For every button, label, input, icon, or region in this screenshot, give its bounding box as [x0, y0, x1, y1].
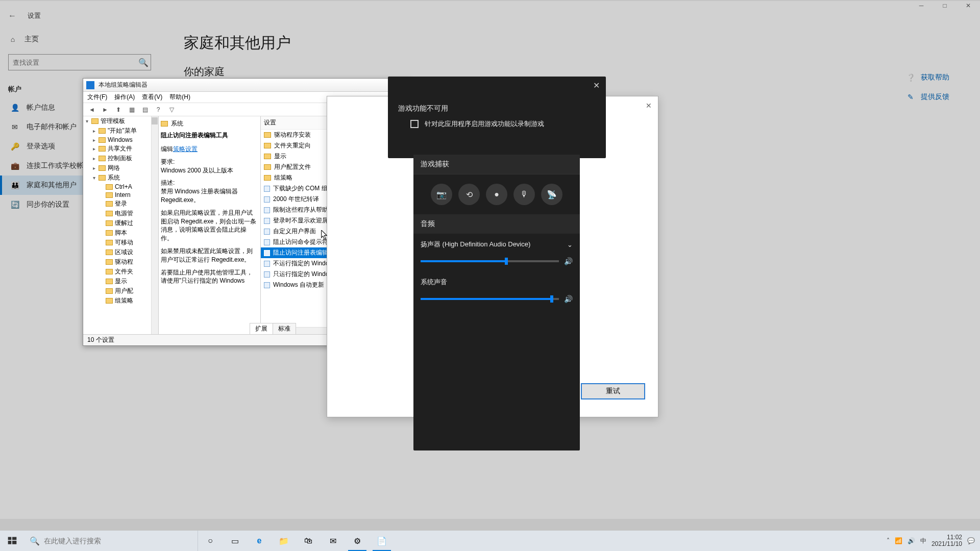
- taskbar-search-input[interactable]: [44, 537, 192, 545]
- system-volume-slider[interactable]: [421, 298, 559, 300]
- tree-label: 控制面板: [108, 154, 132, 163]
- toolbar-props[interactable]: ▦: [126, 105, 137, 115]
- tree-row[interactable]: 脚本: [83, 228, 158, 238]
- gamebar-unavailable-title: 游戏功能不可用: [388, 77, 606, 119]
- tree-label: 组策略: [115, 296, 133, 305]
- tree-label: 脚本: [115, 229, 127, 237]
- tree-row[interactable]: 驱动程: [83, 257, 158, 267]
- expand-icon[interactable]: ▾: [84, 118, 89, 124]
- task-view[interactable]: ▭: [223, 531, 247, 551]
- tray-volume-icon[interactable]: 🔊: [908, 537, 915, 544]
- tree-row[interactable]: 可移动: [83, 238, 158, 247]
- tree-row[interactable]: ▾系统: [83, 173, 158, 183]
- taskbar-search[interactable]: 🔍: [24, 531, 198, 551]
- task-edge[interactable]: e: [247, 531, 272, 551]
- task-store[interactable]: 🛍: [296, 531, 321, 551]
- folder-icon: [106, 184, 113, 190]
- folder-icon: [161, 121, 168, 127]
- folder-icon: [264, 154, 271, 159]
- tree-row[interactable]: 组策略: [83, 296, 158, 306]
- record-last-button[interactable]: ⟲: [458, 184, 480, 205]
- tree-row[interactable]: 显示: [83, 277, 158, 286]
- list-label: 阻止访问命令提示符: [273, 238, 328, 246]
- desc1: 禁用 Windows 注册表编辑器 Regedit.exe。: [161, 188, 238, 204]
- tree-row[interactable]: ▾管理模板: [83, 116, 158, 126]
- start-button[interactable]: [0, 531, 24, 551]
- tree-row[interactable]: 登录: [83, 199, 158, 209]
- system-tray: ˄ 📶 🔊 中 11:02 2021/11/10 💬: [881, 534, 980, 547]
- tray-clock[interactable]: 11:02 2021/11/10: [932, 534, 962, 547]
- expand-icon[interactable]: ▸: [91, 137, 96, 143]
- tab-standard[interactable]: 标准: [273, 323, 296, 334]
- toolbar-up[interactable]: ⬆: [113, 105, 124, 115]
- tree-label: Ctrl+A: [115, 183, 132, 190]
- task-mail[interactable]: ✉: [321, 531, 345, 551]
- tree-row[interactable]: ▸控制面板: [83, 154, 158, 163]
- speaker-row[interactable]: 扬声器 (High Definition Audio Device) ⌄: [413, 234, 580, 255]
- menu-view[interactable]: 查看(V): [142, 93, 162, 102]
- list-label: 下载缺少的 COM 组件: [273, 184, 334, 193]
- req-value: Windows 2000 及以上版本: [161, 167, 233, 174]
- folder-icon: [264, 132, 271, 138]
- gpedit-tree[interactable]: ▾管理模板▸"开始"菜单▸Windows▸共享文件▸控制面板▸网络▾系统Ctrl…: [83, 116, 159, 334]
- tree-row[interactable]: ▸"开始"菜单: [83, 126, 158, 136]
- tree-label: 缓解过: [115, 219, 133, 228]
- retry-button[interactable]: 重试: [581, 383, 645, 399]
- menu-file[interactable]: 文件(F): [87, 93, 107, 102]
- edit-policy-link[interactable]: 策略设置: [173, 145, 198, 153]
- gpedit-titlebar[interactable]: 本地组策略编辑器: [83, 79, 410, 92]
- policy-icon: [264, 282, 270, 288]
- expand-icon[interactable]: ▸: [91, 128, 96, 134]
- expand-icon[interactable]: ▸: [91, 156, 96, 161]
- toolbar-filter[interactable]: ▽: [166, 105, 177, 115]
- toolbar-refresh[interactable]: ▤: [139, 105, 151, 115]
- tree-row[interactable]: 区域设: [83, 247, 158, 257]
- task-gpedit[interactable]: 📄: [370, 531, 394, 551]
- tray-chevron-icon[interactable]: ˄: [887, 537, 890, 544]
- tree-row[interactable]: Ctrl+A: [83, 183, 158, 191]
- record-button[interactable]: ●: [486, 184, 507, 205]
- dialog-close-button[interactable]: ✕: [643, 99, 655, 112]
- enable-game-label: 针对此应用程序启用游戏功能以录制游戏: [425, 119, 544, 129]
- expand-icon[interactable]: ▾: [91, 175, 96, 181]
- screenshot-button[interactable]: 📷: [431, 184, 452, 205]
- mic-toggle-button[interactable]: 🎙: [513, 184, 535, 205]
- tree-row[interactable]: 电源管: [83, 209, 158, 218]
- folder-icon: [264, 175, 271, 181]
- toolbar-help[interactable]: ?: [153, 105, 164, 115]
- folder-icon: [99, 137, 106, 143]
- expand-icon[interactable]: ▸: [91, 165, 96, 171]
- tray-notifications-icon[interactable]: 💬: [967, 537, 975, 544]
- tree-row[interactable]: 文件夹: [83, 267, 158, 277]
- tree-row[interactable]: ▸共享文件: [83, 144, 158, 154]
- broadcast-button[interactable]: 📡: [541, 184, 562, 205]
- tab-extended[interactable]: 扩展: [250, 323, 273, 334]
- gpedit-description-pane: 系统 阻止访问注册表编辑工具 编辑策略设置 要求:Windows 2000 及以…: [159, 116, 261, 334]
- toolbar-back[interactable]: ◄: [86, 105, 97, 115]
- policy-icon: [264, 207, 270, 213]
- enable-game-checkbox[interactable]: [410, 120, 419, 128]
- task-settings[interactable]: ⚙: [345, 531, 370, 551]
- gpedit-title: 本地组策略编辑器: [99, 81, 407, 89]
- tray-network-icon[interactable]: 📶: [895, 537, 902, 544]
- speaker-volume-slider[interactable]: [421, 260, 559, 262]
- tree-row[interactable]: 缓解过: [83, 218, 158, 228]
- list-label: 文件夹重定向: [274, 141, 311, 150]
- tree-label: 管理模板: [101, 117, 125, 126]
- tree-row[interactable]: ▸网络: [83, 163, 158, 173]
- tray-ime[interactable]: 中: [920, 537, 926, 545]
- tree-row[interactable]: ▸Windows: [83, 136, 158, 144]
- desc2: 如果启用此策略设置，并且用户试图启动 Regedit.exe，则会出现一条消息，…: [161, 209, 258, 243]
- task-explorer[interactable]: 📁: [272, 531, 296, 551]
- menu-action[interactable]: 操作(A): [114, 93, 135, 102]
- tree-label: 系统: [108, 173, 120, 182]
- expand-icon[interactable]: ▸: [91, 146, 96, 152]
- list-label: 2000 年世纪转译: [273, 195, 319, 204]
- task-cortana[interactable]: ○: [198, 531, 223, 551]
- menu-help[interactable]: 帮助(H): [169, 93, 190, 102]
- gamebar-close-button[interactable]: ✕: [593, 81, 600, 90]
- tree-scrollbar[interactable]: [151, 116, 158, 334]
- toolbar-forward[interactable]: ►: [100, 105, 111, 115]
- tree-row[interactable]: Intern: [83, 191, 158, 199]
- tree-row[interactable]: 用户配: [83, 286, 158, 296]
